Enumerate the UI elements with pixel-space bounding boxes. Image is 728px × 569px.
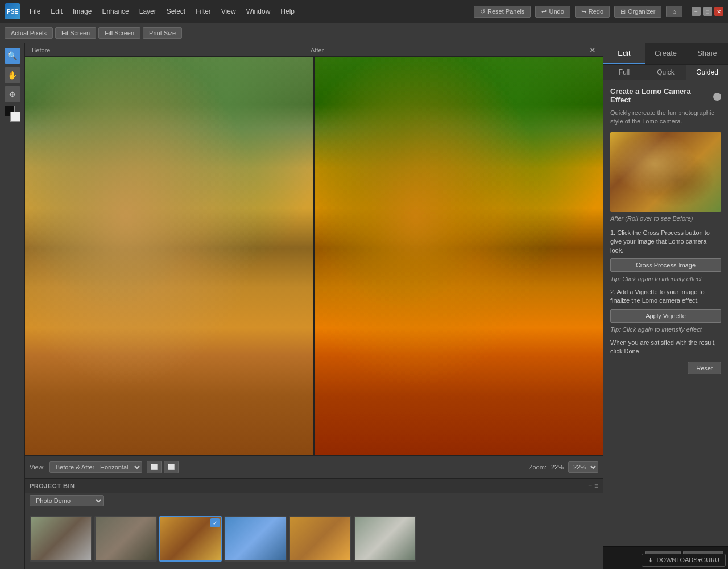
watermark-icon: ⬇ (648, 556, 653, 564)
before-after-container: Before After ✕ (25, 43, 603, 455)
after-image-panel (313, 57, 603, 455)
right-panel: Edit Create Share Full Quick Guided Crea… (603, 43, 728, 569)
menu-image[interactable]: Image (68, 5, 96, 18)
reset-container: Reset (610, 362, 721, 374)
title-bar-actions: ↺ Reset Panels ↩ Undo ↪ Redo ⊞ Organizer… (474, 6, 682, 18)
tip1-text: Tip: Click again to intensify effect (610, 275, 721, 282)
edit-tabs: Edit Create Share (603, 43, 728, 65)
view-vertical-icon[interactable]: ⬜ (164, 461, 179, 473)
effect-description: Quickly recreate the fun photographic st… (610, 109, 721, 126)
cross-process-button[interactable]: Cross Process Image (610, 258, 721, 272)
bottom-bar: View: Before & After - Horizontal ⬜ ⬜ Zo… (25, 455, 603, 478)
thumbnail-5[interactable] (289, 516, 351, 562)
fill-screen-button[interactable]: Fill Screen (98, 27, 140, 39)
vignette-button[interactable]: Apply Vignette (610, 309, 721, 323)
home-button[interactable]: ⌂ (666, 6, 682, 17)
main-layout: 🔍 ✋ ✥ Before After ✕ (0, 43, 728, 569)
tab-share[interactable]: Share (686, 43, 728, 64)
reset-panels-button[interactable]: ↺ Reset Panels (474, 6, 531, 18)
close-button[interactable]: ✕ (714, 7, 723, 16)
window-controls: − □ ✕ (692, 7, 723, 16)
reset-icon: ↺ (480, 8, 485, 15)
before-photo (25, 57, 313, 455)
sub-tab-full[interactable]: Full (603, 65, 645, 80)
view-label: View: (30, 464, 45, 471)
menu-file[interactable]: File (25, 5, 45, 18)
sub-tabs: Full Quick Guided (603, 65, 728, 80)
project-bin: PROJECT BIN − ≡ Photo Demo ✓ (25, 478, 603, 569)
menu-layer[interactable]: Layer (135, 5, 161, 18)
menu-edit[interactable]: Edit (46, 5, 67, 18)
view-select[interactable]: Before & After - Horizontal (49, 461, 142, 473)
title-bar: PSE File Edit Image Enhance Layer Select… (0, 0, 728, 23)
watermark: ⬇ DOWNLOADS▾GURU (642, 554, 726, 567)
project-bin-header: PROJECT BIN − ≡ (25, 479, 603, 493)
view-icons: ⬜ ⬜ (147, 461, 179, 473)
photo-demo-select[interactable]: Photo Demo (30, 495, 104, 506)
bin-menu-icon[interactable]: ≡ (594, 482, 598, 490)
menu-select[interactable]: Select (162, 5, 190, 18)
menu-help[interactable]: Help (276, 5, 299, 18)
after-label: After (308, 47, 587, 53)
step1-text: 1. Click the Cross Process button to giv… (610, 229, 721, 255)
tip2-text: Tip: Click again to intensify effect (610, 326, 721, 333)
project-bin-title: PROJECT BIN (30, 483, 75, 489)
fit-screen-button[interactable]: Fit Screen (55, 27, 96, 39)
watermark-text: DOWNLOADS▾GURU (656, 556, 719, 564)
app-logo: PSE (5, 3, 20, 19)
zoom-tool[interactable]: 🔍 (5, 48, 20, 64)
color-swatches[interactable] (5, 106, 20, 122)
before-label: Before (30, 47, 308, 53)
tab-create[interactable]: Create (645, 43, 686, 64)
maximize-button[interactable]: □ (703, 7, 712, 16)
view-horizontal-icon[interactable]: ⬜ (147, 461, 162, 473)
thumbnail-4[interactable] (224, 516, 287, 562)
tab-edit[interactable]: Edit (603, 43, 645, 64)
background-color[interactable] (10, 112, 20, 122)
effect-preview-image (610, 132, 721, 212)
menu-filter[interactable]: Filter (191, 5, 216, 18)
undo-icon: ↩ (541, 8, 547, 15)
zoom-label: Zoom: (529, 464, 547, 471)
menu-view[interactable]: View (217, 5, 241, 18)
thumbnail-6[interactable] (354, 516, 416, 562)
minimize-button[interactable]: − (692, 7, 701, 16)
sub-tab-guided[interactable]: Guided (686, 65, 728, 80)
step2-text: 2. Add a Vignette to your image to final… (610, 288, 721, 306)
organizer-icon: ⊞ (621, 8, 626, 15)
thumbnail-3[interactable]: ✓ (159, 516, 222, 562)
menu-bar: File Edit Image Enhance Layer Select Fil… (25, 5, 469, 18)
redo-icon: ↪ (581, 8, 586, 15)
project-bin-toolbar: Photo Demo (25, 493, 603, 508)
guided-content: Create a Lomo Camera Effect Quickly recr… (603, 80, 728, 546)
hand-tool[interactable]: ✋ (5, 67, 20, 83)
thumbnail-1[interactable] (30, 516, 92, 562)
effect-title: Create a Lomo Camera Effect (610, 87, 710, 104)
after-photo (315, 57, 603, 455)
selected-indicator: ✓ (210, 518, 220, 527)
thumbnail-2[interactable] (94, 516, 157, 562)
before-after-images (25, 57, 603, 455)
home-icon: ⌂ (672, 8, 676, 15)
zoom-value: 22% (551, 464, 564, 471)
redo-button[interactable]: ↪ Redo (575, 6, 610, 18)
print-size-button[interactable]: Print Size (143, 27, 182, 39)
lightbulb-icon (713, 93, 721, 101)
actual-pixels-button[interactable]: Actual Pixels (5, 27, 53, 39)
project-bin-content: ✓ (25, 508, 603, 569)
zoom-dropdown[interactable]: 22% (568, 461, 598, 473)
undo-button[interactable]: ↩ Undo (535, 6, 570, 18)
close-panel-button[interactable]: ✕ (587, 46, 598, 55)
organizer-button[interactable]: ⊞ Organizer (614, 6, 661, 18)
menu-window[interactable]: Window (242, 5, 275, 18)
toolbar-row: Actual Pixels Fit Screen Fill Screen Pri… (0, 23, 728, 43)
before-image-panel (25, 57, 313, 455)
preview-label: After (Roll over to see Before) (610, 215, 721, 222)
bin-collapse-icon[interactable]: − (588, 482, 592, 490)
move-tool[interactable]: ✥ (5, 86, 20, 102)
sub-tab-quick[interactable]: Quick (645, 65, 686, 80)
menu-enhance[interactable]: Enhance (97, 5, 133, 18)
reset-button[interactable]: Reset (688, 362, 721, 374)
before-after-header: Before After ✕ (25, 43, 603, 57)
satisfaction-text: When you are satisfied with the result, … (610, 339, 721, 356)
